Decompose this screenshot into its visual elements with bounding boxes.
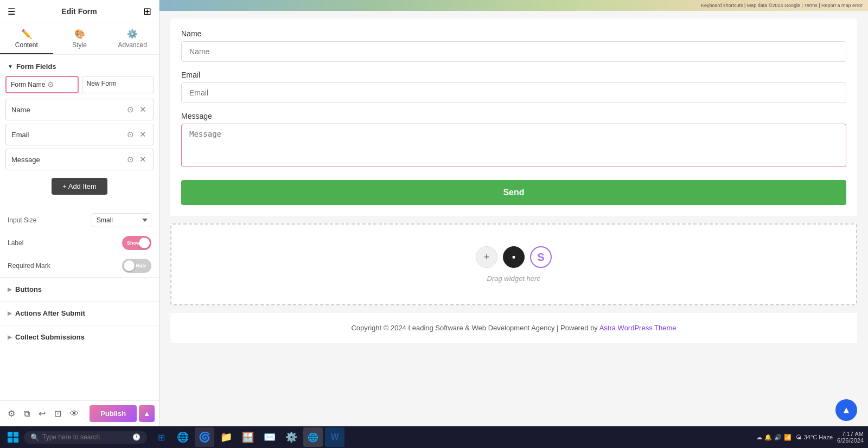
required-mark-row: Required Mark Hide <box>0 254 159 277</box>
main-content: Keyboard shortcuts | Map data ©2024 Goog… <box>159 0 868 426</box>
sidebar-header: ☰ Edit Form ⊞ <box>0 0 159 23</box>
field-actions-email: ⊙ ✕ <box>126 129 148 140</box>
field-copy-message[interactable]: ⊙ <box>126 153 135 165</box>
email-input[interactable] <box>181 82 846 103</box>
actions-section[interactable]: ▶ Actions After Submit <box>0 301 159 325</box>
tray-icon-3: 🔊 <box>774 434 782 441</box>
search-input[interactable] <box>42 433 129 441</box>
svg-rect-2 <box>8 438 12 443</box>
arrow-icon: ▼ <box>8 63 13 69</box>
chrome-app[interactable]: 🌐 <box>303 427 323 447</box>
word-app[interactable]: W <box>325 427 344 447</box>
field-row-name: Name ⊙ ✕ <box>5 99 154 120</box>
clock-display: 7:17 AM 6/26/2024 <box>837 431 864 444</box>
form-name-box[interactable]: Form Name ⚙ <box>5 76 79 93</box>
windows-logo-icon <box>8 432 18 443</box>
sidebar-content: ▼ Form Fields Form Name ⚙ New Form Name <box>0 55 159 349</box>
footer-link[interactable]: Astra WordPress Theme <box>599 324 676 332</box>
taskbar-apps: ⊞ 🌐 🌀 📁 🪟 ✉️ ⚙️ 🌐 W <box>151 427 344 447</box>
collect-section[interactable]: ▶ Collect Submissions <box>0 325 159 349</box>
form-fields-section[interactable]: ▼ Form Fields <box>0 55 159 76</box>
send-button[interactable]: Send <box>181 180 846 205</box>
start-button[interactable] <box>4 428 22 446</box>
email-field-label: Email <box>181 71 846 79</box>
search-icon: 🔍 <box>30 433 39 441</box>
message-field-group: Message <box>181 112 846 169</box>
field-actions-name: ⊙ ✕ <box>126 104 148 116</box>
s-widget-icon[interactable]: S <box>530 246 552 268</box>
advanced-icon: ⚙️ <box>127 29 138 39</box>
undo-toolbar-icon[interactable]: ↩ <box>35 405 49 422</box>
history-icon: 🕐 <box>132 433 141 441</box>
form-name-input[interactable]: New Form <box>82 76 154 93</box>
add-widget-icon[interactable]: + <box>476 246 497 268</box>
files-app[interactable]: 📁 <box>216 427 236 447</box>
page-title: Edit Form <box>61 7 97 16</box>
bottom-toolbar: ⚙ ⧉ ↩ ⊡ 👁 Publish ▲ <box>0 400 159 426</box>
name-input[interactable] <box>181 41 846 62</box>
field-row-email: Email ⊙ ✕ <box>5 124 154 145</box>
toggle-knob-label <box>139 238 150 248</box>
tab-style[interactable]: 🎨 Style <box>53 23 106 54</box>
add-item-button[interactable]: + Add Item <box>52 178 107 195</box>
drag-text: Drag widget here <box>487 274 541 283</box>
browser-app-1[interactable]: 🌐 <box>173 427 193 447</box>
tab-content[interactable]: ✏️ Content <box>0 23 53 54</box>
taskbar-search[interactable]: 🔍 🕐 <box>24 431 147 444</box>
content-icon: ✏️ <box>21 29 32 39</box>
tray-icon-2: 🔔 <box>764 434 772 441</box>
drag-widget-icons: + ▪ S <box>476 246 552 268</box>
system-tray: ☁ 🔔 🔊 📶 <box>756 434 792 441</box>
form-name-settings-icon[interactable]: ⚙ <box>47 80 54 89</box>
map-bar: Keyboard shortcuts | Map data ©2024 Goog… <box>159 0 868 11</box>
collect-arrow-icon: ▶ <box>8 334 12 340</box>
store-app[interactable]: 🪟 <box>238 427 258 447</box>
grid-icon[interactable]: ⊞ <box>143 5 151 17</box>
required-mark-toggle[interactable]: Hide <box>122 259 151 273</box>
weather-icon: 🌤 <box>796 434 802 440</box>
input-size-row: Input Size Small Medium Large <box>0 209 159 232</box>
field-copy-name[interactable]: ⊙ <box>126 104 135 116</box>
layers-toolbar-icon[interactable]: ⧉ <box>21 406 33 422</box>
responsive-toolbar-icon[interactable]: ⊡ <box>51 405 65 422</box>
toggle-knob-required <box>124 260 135 271</box>
buttons-arrow-icon: ▶ <box>8 286 12 292</box>
edge-app[interactable]: 🌀 <box>195 427 214 447</box>
menu-icon[interactable]: ☰ <box>8 7 15 17</box>
field-copy-email[interactable]: ⊙ <box>126 129 135 140</box>
sidebar-tabs: ✏️ Content 🎨 Style ⚙️ Advanced <box>0 23 159 55</box>
footer-bar: Copyright © 2024 Leading Software & Web … <box>170 313 857 343</box>
folder-widget-icon[interactable]: ▪ <box>503 246 525 268</box>
field-row-message: Message ⊙ ✕ <box>5 149 154 170</box>
label-toggle[interactable]: Show <box>122 236 151 250</box>
tray-icon-4: 📶 <box>784 434 792 441</box>
name-field-label: Name <box>181 29 846 38</box>
actions-arrow-icon: ▶ <box>8 310 12 316</box>
buttons-section[interactable]: ▶ Buttons <box>0 277 159 301</box>
taskview-app[interactable]: ⊞ <box>151 427 171 447</box>
tab-advanced[interactable]: ⚙️ Advanced <box>106 23 159 54</box>
chevron-up-button[interactable]: ▲ <box>139 405 155 422</box>
field-delete-email[interactable]: ✕ <box>138 129 148 140</box>
sidebar: ☰ Edit Form ⊞ ✏️ Content 🎨 Style ⚙️ <box>0 0 159 426</box>
settings-app[interactable]: ⚙️ <box>282 427 301 447</box>
name-field-group: Name <box>181 29 846 62</box>
mail-app[interactable]: ✉️ <box>260 427 279 447</box>
message-input[interactable] <box>181 124 846 167</box>
publish-button[interactable]: Publish <box>90 405 137 422</box>
settings-toolbar-icon[interactable]: ⚙ <box>4 405 18 422</box>
style-icon: 🎨 <box>74 29 85 39</box>
preview-toolbar-icon[interactable]: 👁 <box>67 406 82 422</box>
drag-widget-area: + ▪ S Drag widget here <box>170 223 857 305</box>
taskbar-right: ☁ 🔔 🔊 📶 🌤 34°C Haze 7:17 AM 6/26/2024 <box>756 431 864 444</box>
header-icons: ⊞ <box>143 5 151 17</box>
form-container: Name Email Message Send <box>170 18 857 216</box>
field-delete-name[interactable]: ✕ <box>138 104 148 116</box>
scroll-top-button[interactable]: ▲ <box>835 399 857 421</box>
svg-rect-3 <box>14 438 18 443</box>
weather-display: 🌤 34°C Haze <box>796 434 833 440</box>
input-size-select[interactable]: Small Medium Large <box>92 213 151 227</box>
email-field-group: Email <box>181 71 846 103</box>
field-delete-message[interactable]: ✕ <box>138 153 148 165</box>
tray-icon-1: ☁ <box>756 434 762 441</box>
